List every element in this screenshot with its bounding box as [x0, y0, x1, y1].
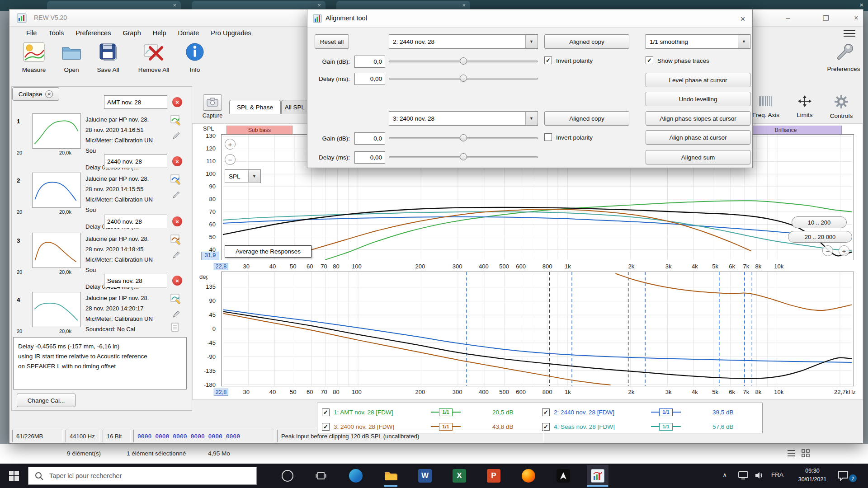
slider-thumb[interactable] — [460, 75, 467, 82]
zoom-out-icon[interactable]: − — [225, 154, 236, 165]
measurement-name-input[interactable] — [104, 215, 167, 228]
file-explorer-button[interactable] — [380, 465, 401, 487]
delete-measurement-icon[interactable]: × — [172, 97, 182, 107]
action-center-icon[interactable] — [837, 470, 849, 483]
gain-a-slider[interactable] — [389, 56, 538, 67]
tab-close-icon[interactable]: × — [462, 2, 466, 9]
invert-polarity-a-checkbox[interactable]: ✓ — [544, 56, 552, 64]
limits-button[interactable]: Limits — [790, 94, 820, 118]
thumbnail-view-icon[interactable] — [801, 449, 810, 459]
hamburger-menu-icon[interactable] — [844, 28, 855, 38]
menu-help[interactable]: Help — [147, 29, 172, 37]
trace-options-icon[interactable] — [170, 235, 181, 248]
taskbar-clock[interactable]: 09:30 30/01/2021 — [791, 467, 834, 485]
dialog-title-bar[interactable]: Alignment tool × — [307, 9, 752, 28]
slider-thumb[interactable] — [460, 57, 467, 65]
measurement-row[interactable]: × 4 20 20,0k Jalucine par HP nov. 28.28 … — [11, 274, 193, 333]
excel-button[interactable]: X — [448, 465, 470, 487]
trace-options-icon[interactable] — [170, 115, 181, 129]
minimize-button[interactable]: – — [780, 12, 796, 24]
measurement-name-input[interactable] — [104, 95, 167, 109]
change-cal-button[interactable]: Change Cal... — [17, 394, 75, 407]
range-10-200-button[interactable]: 10 .. 200 — [792, 216, 847, 228]
wolf-logo-app-button[interactable] — [552, 465, 574, 487]
gain-a-input[interactable] — [354, 56, 385, 68]
zoom-in-icon[interactable]: + — [225, 139, 236, 150]
invert-polarity-b-checkbox[interactable]: ✓ — [544, 133, 552, 141]
maximize-button[interactable]: ❐ — [818, 12, 834, 24]
notes-icon[interactable] — [171, 323, 179, 333]
delay-b-input[interactable] — [354, 151, 385, 164]
legend-checkbox[interactable]: ✓ — [542, 408, 550, 416]
measurement-thumbnail[interactable] — [32, 233, 81, 268]
phase-chart[interactable] — [221, 272, 854, 386]
tray-chevron-icon[interactable]: ∧ — [722, 471, 727, 479]
cortana-button[interactable] — [277, 465, 298, 487]
controls-button[interactable]: Controls — [822, 94, 860, 119]
slider-thumb[interactable] — [460, 153, 467, 160]
delay-a-slider[interactable] — [389, 73, 538, 84]
graph-type-select[interactable]: SPL ▼ — [225, 169, 261, 183]
pencil-icon[interactable] — [172, 251, 180, 261]
reset-all-button[interactable]: Reset all — [315, 34, 349, 49]
edge-button[interactable] — [345, 465, 367, 487]
delete-measurement-icon[interactable]: × — [172, 216, 182, 226]
display-tray-icon[interactable] — [738, 471, 749, 482]
fdw-chip[interactable]: 1/1 — [439, 408, 453, 416]
info-button[interactable]: Info — [182, 42, 208, 73]
measurement-a-select[interactable]: 2: 2440 nov. 28 ▼ — [389, 34, 538, 49]
start-button[interactable] — [3, 465, 25, 487]
measure-button[interactable]: Measure — [16, 42, 52, 73]
delete-measurement-icon[interactable]: × — [172, 156, 182, 166]
zoom-in-icon[interactable]: + — [839, 245, 849, 256]
range-20-20000-button[interactable]: 20 .. 20 000 — [788, 231, 852, 243]
menu-pro-upgrades[interactable]: Pro Upgrades — [205, 29, 257, 37]
measurement-thumbnail[interactable] — [32, 113, 81, 149]
volume-tray-icon[interactable] — [754, 471, 765, 482]
pencil-icon[interactable] — [172, 131, 180, 141]
firefox-button[interactable] — [518, 465, 539, 487]
delete-measurement-icon[interactable]: × — [172, 276, 182, 286]
dialog-close-icon[interactable]: × — [736, 13, 750, 25]
align-phase-slopes-button[interactable]: Align phase slopes at cursor — [646, 111, 750, 126]
gain-b-input[interactable] — [354, 132, 385, 145]
menu-file[interactable]: File — [20, 29, 42, 37]
aligned-sum-button[interactable]: Aligned sum — [646, 150, 750, 164]
zoom-out-icon[interactable]: − — [822, 245, 833, 256]
capture-button[interactable] — [203, 94, 222, 111]
menu-graph[interactable]: Graph — [117, 29, 146, 37]
delay-b-slider[interactable] — [389, 151, 538, 163]
align-phase-at-cursor-button[interactable]: Align phase at cursor — [646, 130, 750, 145]
task-view-button[interactable] — [310, 465, 332, 487]
powerpoint-button[interactable]: P — [483, 465, 505, 487]
undo-levelling-button[interactable]: Undo levelling — [646, 92, 750, 106]
measurement-row[interactable]: × 2 20 20,0k Jalucine par HP nov. 28.28 … — [11, 155, 193, 214]
band-sub-bass[interactable]: Sub bass — [226, 126, 292, 134]
measurement-name-input[interactable] — [104, 155, 167, 168]
fdw-chip[interactable]: 1/1 — [439, 423, 453, 431]
trace-options-icon[interactable] — [170, 174, 181, 188]
average-responses-button[interactable]: Average the Responses — [225, 245, 311, 258]
menu-donate[interactable]: Donate — [172, 29, 205, 37]
rew-taskbar-button[interactable] — [587, 465, 609, 487]
measurement-name-input[interactable] — [104, 274, 167, 287]
measurement-thumbnail[interactable] — [32, 173, 81, 208]
level-phase-at-cursor-button[interactable]: Level phase at cursor — [646, 73, 750, 87]
tab-spl-phase[interactable]: SPL & Phase — [229, 100, 281, 114]
measurement-b-select[interactable]: 3: 2400 nov. 28 ▼ — [389, 111, 538, 126]
aligned-copy-b-button[interactable]: Aligned copy — [544, 111, 629, 126]
fdw-chip[interactable]: 1/1 — [659, 423, 673, 431]
fdw-chip[interactable]: 1/1 — [659, 408, 673, 416]
close-button[interactable]: × — [849, 12, 864, 24]
trace-options-icon[interactable] — [170, 294, 181, 307]
taskbar-search[interactable] — [28, 467, 257, 485]
gain-b-slider[interactable] — [389, 132, 538, 144]
list-view-icon[interactable] — [787, 449, 796, 459]
measurement-row[interactable]: × 1 20 20,0k Jalucine par HP nov. 28.28 … — [11, 95, 193, 155]
browser-close-icon[interactable]: × — [859, 1, 863, 9]
delay-a-input[interactable] — [354, 73, 385, 85]
remove-all-button[interactable]: Remove All — [132, 42, 176, 73]
menu-preferences[interactable]: Preferences — [70, 29, 117, 37]
pencil-icon[interactable] — [172, 191, 180, 201]
menu-tools[interactable]: Tools — [42, 29, 70, 37]
